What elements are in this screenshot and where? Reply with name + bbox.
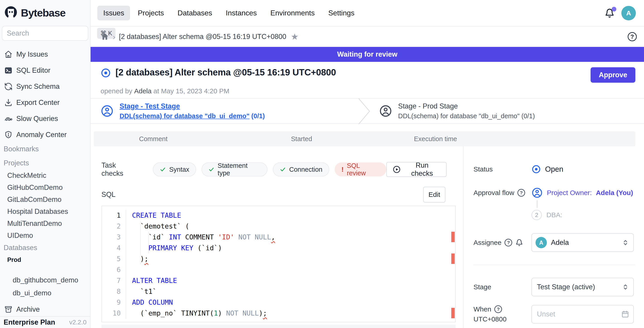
- task-detail: Task checks SyntaxStatement typeConnecti…: [90, 146, 463, 328]
- edit-sql-button[interactable]: Edit: [423, 187, 446, 202]
- project-item-checkmetric[interactable]: CheckMetric: [0, 170, 90, 182]
- sidebar-item-anomaly-center[interactable]: Anomaly Center: [0, 126, 90, 143]
- code-line[interactable]: 1CREATE TABLE: [102, 210, 455, 221]
- code-line[interactable]: 3 `id` INT COMMENT 'ID' NOT NULL,: [102, 232, 455, 242]
- logo[interactable]: Bytebase: [0, 0, 90, 25]
- database-list: db_githubcom_demodb_ui_demo: [0, 274, 90, 300]
- line-number: 4: [102, 242, 126, 254]
- line-number: 5: [102, 254, 126, 264]
- calendar-icon: [621, 310, 629, 318]
- sidebar-menu: My IssuesSQL EditorSync SchemaExport Cen…: [0, 46, 90, 143]
- sidebar-item-slow-queries[interactable]: Slow Queries: [0, 110, 90, 126]
- stage-test-name[interactable]: Stage - Test Stage: [120, 102, 265, 110]
- assignee-name: Adela: [551, 238, 569, 247]
- approval-step-1: Project Owner: Adela (You): [532, 187, 633, 198]
- code-line[interactable]: 9ADD COLUMN: [102, 297, 455, 308]
- subscribe-bell-icon[interactable]: [516, 239, 523, 246]
- project-item-githubcomdemo[interactable]: GitHubComDemo: [0, 182, 90, 194]
- tab-environments[interactable]: Environments: [264, 6, 321, 20]
- task-checks-row: Task checks SyntaxStatement typeConnecti…: [102, 161, 463, 178]
- approve-button[interactable]: Approve: [590, 67, 636, 83]
- check-label: Connection: [289, 166, 322, 173]
- user-avatar[interactable]: A: [621, 6, 636, 20]
- tab-issues[interactable]: Issues: [97, 6, 130, 20]
- column-header-execution-time: Execution time: [414, 135, 457, 143]
- sidebar: Bytebase ⌘ K My IssuesSQL EditorSync Sch…: [0, 0, 90, 328]
- issue-author: Adela: [134, 87, 152, 95]
- notifications-bell-icon[interactable]: [604, 8, 614, 18]
- check-pill-syntax[interactable]: Syntax: [153, 162, 196, 176]
- archive-label: Archive: [16, 305, 40, 314]
- when-date-input[interactable]: Unset: [532, 305, 634, 324]
- help-icon[interactable]: ?: [628, 32, 637, 41]
- tab-settings[interactable]: Settings: [322, 6, 360, 20]
- breadcrumb: › [2 databases] Alter schema @05-15 16:1…: [90, 26, 644, 47]
- sql-editor[interactable]: 1CREATE TABLE2 `demotest` (3 `id` INT CO…: [102, 206, 456, 322]
- star-icon[interactable]: ★: [291, 32, 298, 41]
- error-marker: [451, 254, 455, 264]
- help-icon[interactable]: ?: [494, 305, 502, 313]
- line-number: 10: [102, 308, 126, 319]
- code-line[interactable]: 8 `t1`: [102, 286, 455, 297]
- sidebar-item-sync-schema[interactable]: Sync Schema: [0, 78, 90, 94]
- search-box[interactable]: ⌘ K: [2, 26, 88, 41]
- column-header-started: Started: [291, 135, 312, 143]
- stage-test-task-link[interactable]: DDL(schema) for database "db_ui_demo": [120, 112, 250, 120]
- bytebase-logo-icon: [3, 5, 18, 20]
- stage-test-count: (0/1): [251, 112, 265, 120]
- stage-prod[interactable]: Stage - Prod Stage DDL(schema) for datab…: [371, 98, 644, 123]
- project-item-hospital-databases[interactable]: Hospital Databases: [0, 206, 90, 218]
- approval-flow-label: Approval flow: [474, 189, 514, 196]
- sidebar-item-sql-editor[interactable]: SQL Editor: [0, 62, 90, 78]
- stage-select-value: Test Stage (active): [537, 283, 595, 291]
- assignee-select[interactable]: A Adela: [532, 233, 634, 252]
- content-row: Task checks SyntaxStatement typeConnecti…: [90, 146, 644, 328]
- tab-projects[interactable]: Projects: [132, 6, 170, 20]
- code-line[interactable]: 7ALTER TABLE: [102, 275, 455, 286]
- indent-guide: [140, 221, 140, 264]
- sidebar-item-export-center[interactable]: Export Center: [0, 94, 90, 110]
- help-icon[interactable]: ?: [504, 239, 512, 246]
- home-icon[interactable]: [100, 32, 109, 41]
- approval-approver[interactable]: Adela (You): [596, 189, 633, 196]
- chevron-updown-icon: [622, 239, 629, 246]
- search-input[interactable]: [7, 29, 97, 38]
- code-line[interactable]: 5 );: [102, 254, 455, 264]
- project-item-multitenantdemo[interactable]: MultiTenantDemo: [0, 218, 90, 230]
- chevron-updown-icon: [622, 283, 629, 291]
- sidebar-item-my-issues[interactable]: My Issues: [0, 46, 90, 62]
- sidebar-item-label: Slow Queries: [16, 114, 58, 123]
- sidebar-item-archive[interactable]: Archive: [0, 301, 90, 317]
- status-banner: Waiting for review: [90, 47, 644, 62]
- issue-header: [2 databases] Alter schema @05-15 16:19 …: [90, 62, 644, 98]
- check-pill-sql-review[interactable]: !SQL review: [335, 162, 386, 176]
- stage-prod-name: Stage - Prod Stage: [398, 102, 535, 110]
- code-line[interactable]: 2 `demotest` (: [102, 221, 455, 232]
- run-checks-button[interactable]: Run checks: [386, 162, 446, 177]
- check-pill-statement-type[interactable]: Statement type: [202, 162, 268, 176]
- database-item-db-ui-demo[interactable]: db_ui_demo: [0, 286, 90, 300]
- tab-instances[interactable]: Instances: [220, 6, 263, 20]
- help-icon[interactable]: ?: [518, 189, 525, 196]
- project-item-gitlabcomdemo[interactable]: GitLabComDemo: [0, 194, 90, 206]
- run-checks-label: Run checks: [404, 161, 440, 178]
- code-line[interactable]: 6: [102, 264, 455, 275]
- task-table-header: CommentStartedExecution time: [94, 132, 636, 146]
- code-line[interactable]: 10 (`emp_no` TINYINT(1) NOT NULL);: [102, 308, 455, 319]
- tab-databases[interactable]: Databases: [172, 6, 218, 20]
- database-item-db-githubcom-demo[interactable]: db_githubcom_demo: [0, 274, 90, 286]
- code-line[interactable]: 4 PRIMARY KEY (`id`): [102, 242, 455, 254]
- approval-connector: [537, 200, 538, 208]
- stage-test-task[interactable]: DDL(schema) for database "db_ui_demo" (0…: [120, 112, 265, 120]
- stage-select[interactable]: Test Stage (active): [532, 278, 634, 296]
- project-item-uidemo[interactable]: UIDemo: [0, 230, 90, 242]
- terminal-icon: [4, 66, 13, 75]
- line-number: 9: [102, 297, 126, 308]
- status-row: Status Open: [474, 164, 636, 174]
- check-pill-connection[interactable]: Connection: [273, 162, 329, 176]
- check-label: Statement type: [218, 162, 261, 177]
- assignee-avatar: A: [536, 237, 547, 248]
- indent-guide: [148, 232, 149, 254]
- approval-step-2: 2 DBA:: [474, 210, 636, 220]
- stage-test[interactable]: Stage - Test Stage DDL(schema) for datab…: [90, 98, 358, 123]
